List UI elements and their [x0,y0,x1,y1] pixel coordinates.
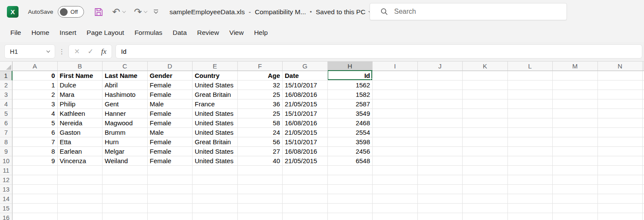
cell-M16[interactable] [553,213,598,220]
redo-button[interactable]: ↷ [134,8,147,16]
column-header-I[interactable]: I [373,62,418,71]
row-header-12[interactable]: 12 [0,175,12,185]
cell-B11[interactable] [58,166,103,175]
row-header-3[interactable]: 3 [0,90,12,99]
cell-F7[interactable]: 24 [238,128,283,137]
cell-H15[interactable] [328,204,373,213]
cell-B14[interactable] [58,194,103,204]
row-header-2[interactable]: 2 [0,81,12,90]
cell-F3[interactable]: 25 [238,90,283,99]
cell-A13[interactable] [12,185,58,194]
cell-F5[interactable]: 25 [238,109,283,118]
cell-A2[interactable]: 1 [12,81,58,90]
search-input[interactable] [394,8,566,15]
cell-B3[interactable]: Mara [58,90,103,99]
cell-L9[interactable] [508,147,553,156]
tab-view[interactable]: View [224,29,249,37]
tab-insert[interactable]: Insert [54,29,81,37]
cell-D7[interactable]: Male [148,128,193,137]
cell-K1[interactable] [463,71,508,81]
cell-E16[interactable] [193,213,238,220]
cell-A3[interactable]: 2 [12,90,58,99]
row-header-4[interactable]: 4 [0,99,12,109]
undo-button[interactable]: ↶ [112,8,125,16]
cell-I4[interactable] [373,99,418,109]
cell-F16[interactable] [238,213,283,220]
cell-H14[interactable] [328,194,373,204]
cell-E14[interactable] [193,194,238,204]
cell-E4[interactable]: France [193,99,238,109]
save-button[interactable] [93,7,104,17]
cell-G8[interactable]: 15/10/2017 [283,137,328,147]
tab-formulas[interactable]: Formulas [129,29,168,37]
row-header-14[interactable]: 14 [0,194,12,204]
document-title-group[interactable]: sampleEmployeeData.xls - Compatibility M… [169,8,372,16]
cell-K10[interactable] [463,156,508,166]
cell-H9[interactable]: 2456 [328,147,373,156]
cell-F11[interactable] [238,166,283,175]
cell-K5[interactable] [463,109,508,118]
column-header-A[interactable]: A [12,62,58,71]
cell-I15[interactable] [373,204,418,213]
cell-H2[interactable]: 1562 [328,81,373,90]
cell-M10[interactable] [553,156,598,166]
cell-H7[interactable]: 2554 [328,128,373,137]
cell-E1[interactable]: Country [193,71,238,81]
cell-J8[interactable] [418,137,463,147]
cell-D5[interactable]: Female [148,109,193,118]
tab-file[interactable]: File [5,29,26,37]
cell-N11[interactable] [598,166,643,175]
cell-G5[interactable]: 15/10/2017 [283,109,328,118]
cell-L8[interactable] [508,137,553,147]
cell-G9[interactable]: 16/08/2016 [283,147,328,156]
row-header-5[interactable]: 5 [0,109,12,118]
cell-E13[interactable] [193,185,238,194]
cell-G4[interactable]: 21/05/2015 [283,99,328,109]
cell-I13[interactable] [373,185,418,194]
cell-K6[interactable] [463,118,508,128]
cell-G2[interactable]: 15/10/2017 [283,81,328,90]
column-header-C[interactable]: C [103,62,148,71]
cell-A6[interactable]: 5 [12,118,58,128]
cell-F1[interactable]: Age [238,71,283,81]
cell-J9[interactable] [418,147,463,156]
cell-F13[interactable] [238,185,283,194]
column-header-K[interactable]: K [463,62,508,71]
cell-A9[interactable]: 8 [12,147,58,156]
cell-L4[interactable] [508,99,553,109]
cell-M14[interactable] [553,194,598,204]
cell-G6[interactable]: 16/08/2016 [283,118,328,128]
redo-chevron-down-icon[interactable] [144,9,147,12]
cell-I9[interactable] [373,147,418,156]
cell-B12[interactable] [58,175,103,185]
search-box[interactable] [370,3,567,20]
formula-input[interactable]: Id [115,44,642,59]
cell-E5[interactable]: United States [193,109,238,118]
cell-B16[interactable] [58,213,103,220]
cell-I12[interactable] [373,175,418,185]
cell-J5[interactable] [418,109,463,118]
cell-J14[interactable] [418,194,463,204]
row-header-13[interactable]: 13 [0,185,12,194]
cell-K3[interactable] [463,90,508,99]
cell-M13[interactable] [553,185,598,194]
cell-L3[interactable] [508,90,553,99]
cell-N8[interactable] [598,137,643,147]
cell-M7[interactable] [553,128,598,137]
cell-I6[interactable] [373,118,418,128]
cell-N2[interactable] [598,81,643,90]
cell-D10[interactable]: Female [148,156,193,166]
cell-D4[interactable]: Male [148,99,193,109]
cell-H5[interactable]: 3549 [328,109,373,118]
cell-I11[interactable] [373,166,418,175]
cell-J1[interactable] [418,71,463,81]
cell-H1[interactable]: Id [328,71,373,81]
cell-B4[interactable]: Philip [58,99,103,109]
cell-C10[interactable]: Weiland [103,156,148,166]
cell-E9[interactable]: United States [193,147,238,156]
cell-H12[interactable] [328,175,373,185]
row-header-15[interactable]: 15 [0,204,12,213]
cell-J3[interactable] [418,90,463,99]
column-header-B[interactable]: B [58,62,103,71]
cell-A11[interactable] [12,166,58,175]
